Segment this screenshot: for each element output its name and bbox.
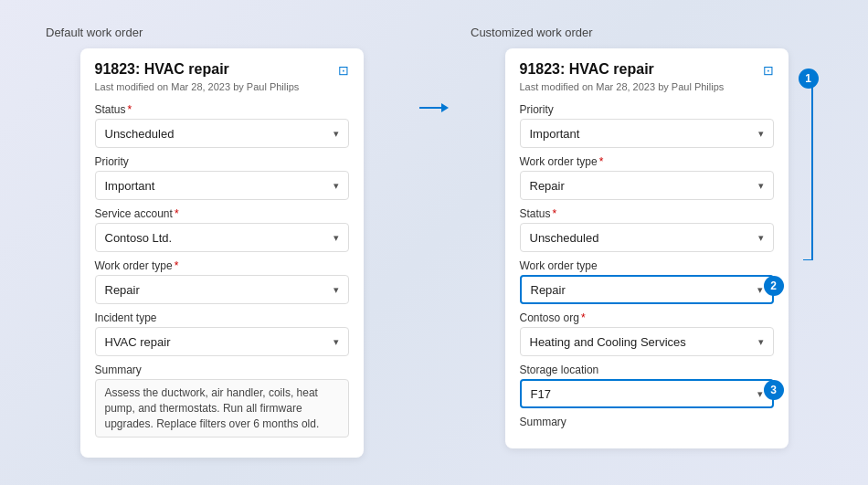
right-work-order-type-chevron-1: ▾ [758, 180, 764, 192]
right-status-value: Unscheduled [530, 231, 599, 245]
right-work-order-type-value-1: Repair [530, 179, 565, 193]
left-service-account-value: Contoso Ltd. [105, 231, 173, 245]
right-card-title: 91823: HVAC repair [520, 61, 654, 78]
left-work-order-type-label: Work order type * [95, 259, 349, 272]
left-status-value: Unscheduled [105, 127, 175, 141]
arrow-divider [407, 26, 461, 117]
svg-marker-1 [441, 103, 449, 112]
right-priority-field: Priority Important ▾ [520, 103, 774, 148]
left-status-chevron: ▾ [333, 128, 339, 140]
left-priority-label: Priority [95, 155, 349, 168]
right-storage-location-chevron: ▾ [757, 388, 763, 400]
left-card-meta: Last modified on Mar 28, 2023 by Paul Ph… [95, 81, 349, 92]
left-work-order-type-chevron: ▾ [333, 284, 339, 296]
right-storage-location-select[interactable]: F17 ▾ [520, 379, 774, 408]
right-card-meta: Last modified on Mar 28, 2023 by Paul Ph… [520, 81, 774, 92]
left-incident-type-label: Incident type [95, 311, 349, 324]
right-work-order-type-label-2: Work order type [520, 259, 774, 272]
right-contoso-org-value: Heating and Cooling Services [530, 335, 686, 349]
left-status-label: Status * [95, 103, 349, 116]
right-card: 91823: HVAC repair ⊡ Last modified on Ma… [505, 48, 789, 448]
left-external-link-icon[interactable]: ⊡ [338, 63, 349, 78]
left-status-required: * [128, 103, 132, 116]
left-summary-label: Summary [95, 364, 349, 376]
left-column-title: Default work order [46, 26, 143, 39]
badge-3: 3 [764, 380, 784, 400]
right-contoso-org-label: Contoso org * [520, 311, 774, 324]
right-work-order-type-value-2: Repair [531, 283, 566, 297]
left-incident-type-chevron: ▾ [333, 336, 339, 348]
left-service-account-required: * [175, 207, 179, 220]
left-status-select[interactable]: Unscheduled ▾ [95, 119, 349, 148]
right-work-order-type-label-1: Work order type * [520, 155, 774, 168]
bracket-annotation [794, 78, 827, 260]
left-priority-chevron: ▾ [333, 180, 339, 192]
left-incident-type-select[interactable]: HVAC repair ▾ [95, 327, 349, 356]
right-storage-location-value: F17 [531, 387, 551, 401]
left-priority-field: Priority Important ▾ [95, 155, 349, 200]
right-work-order-type-field-2: Work order type Repair ▾ 2 [520, 259, 774, 304]
right-contoso-org-field: Contoso org * Heating and Cooling Servic… [520, 311, 774, 356]
right-status-field: Status * Unscheduled ▾ [520, 207, 774, 252]
right-priority-label: Priority [520, 103, 774, 116]
left-work-order-type-select[interactable]: Repair ▾ [95, 275, 349, 304]
right-external-link-icon[interactable]: ⊡ [763, 63, 774, 78]
left-service-account-chevron: ▾ [333, 232, 339, 244]
left-summary-field: Summary Assess the ductwork, air handler… [95, 364, 349, 438]
right-contoso-org-chevron: ▾ [758, 336, 764, 348]
right-summary-field: Summary [520, 416, 774, 428]
left-service-account-label: Service account * [95, 207, 349, 220]
right-contoso-org-select[interactable]: Heating and Cooling Services ▾ [520, 327, 774, 356]
right-column-title: Customized work order [471, 26, 593, 39]
right-priority-select[interactable]: Important ▾ [520, 119, 774, 148]
right-work-order-type-select-1[interactable]: Repair ▾ [520, 171, 774, 200]
right-status-label: Status * [520, 207, 774, 220]
right-storage-location-label: Storage location [520, 364, 774, 376]
right-arrow-icon [419, 99, 449, 117]
left-work-order-type-required: * [175, 259, 179, 272]
right-contoso-org-required: * [581, 311, 586, 324]
right-work-order-type-select-2[interactable]: Repair ▾ [520, 275, 774, 304]
left-card: 91823: HVAC repair ⊡ Last modified on Ma… [80, 48, 364, 458]
right-work-order-type-required-1: * [599, 155, 604, 168]
right-status-chevron: ▾ [758, 232, 764, 244]
left-priority-select[interactable]: Important ▾ [95, 171, 349, 200]
left-incident-type-value: HVAC repair [105, 335, 171, 349]
left-work-order-type-value: Repair [105, 283, 140, 297]
left-summary-value: Assess the ductwork, air handler, coils,… [95, 379, 349, 438]
left-work-order-type-field: Work order type * Repair ▾ [95, 259, 349, 304]
right-priority-chevron: ▾ [758, 128, 764, 140]
right-work-order-type-field-1: Work order type * Repair ▾ [520, 155, 774, 200]
badge-1: 1 [799, 69, 819, 89]
right-priority-value: Important [530, 127, 580, 141]
left-incident-type-field: Incident type HVAC repair ▾ [95, 311, 349, 356]
left-service-account-select[interactable]: Contoso Ltd. ▾ [95, 223, 349, 252]
left-status-field: Status * Unscheduled ▾ [95, 103, 349, 148]
right-column: Customized work order 91823: HVAC repair… [461, 26, 831, 448]
badge-2: 2 [764, 276, 784, 296]
left-card-title: 91823: HVAC repair [95, 61, 229, 78]
right-status-select[interactable]: Unscheduled ▾ [520, 223, 774, 252]
right-summary-label: Summary [520, 416, 774, 428]
left-priority-value: Important [105, 179, 155, 193]
left-service-account-field: Service account * Contoso Ltd. ▾ [95, 207, 349, 252]
right-status-required: * [553, 207, 557, 220]
right-storage-location-field: Storage location F17 ▾ 3 [520, 364, 774, 408]
right-work-order-type-chevron-2: ▾ [757, 284, 763, 296]
